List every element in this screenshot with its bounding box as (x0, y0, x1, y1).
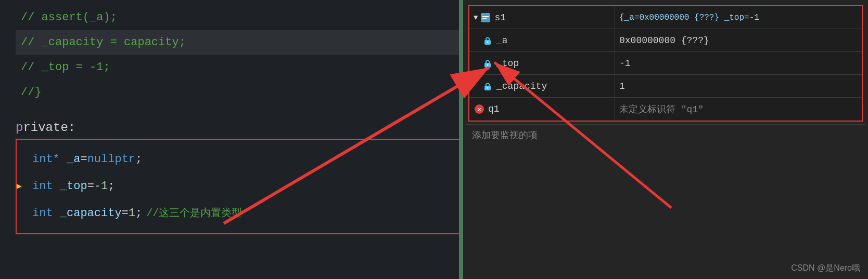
code-text-3: // _top = -1; (21, 55, 110, 80)
var-a: _a (67, 147, 80, 172)
semi-1: ; (135, 147, 142, 172)
private-label: private: (16, 121, 463, 135)
code-text-2: // _capacity = capacity; (21, 30, 186, 55)
semi-3: ; (135, 201, 142, 226)
code-line-4: //} (16, 80, 463, 105)
watermark-text: CSDN @是Nero哦 (791, 263, 860, 272)
code-lines: // assert(_a); // _capacity = capacity; … (0, 0, 463, 250)
error-icon-q1: ✕ (474, 103, 485, 115)
watch-row-s1: ▼ s1 {_a=0x00000000 {???} _top=-1 (469, 6, 862, 29)
eq-1: = (80, 147, 87, 172)
lock-icon-a (482, 35, 493, 46)
svg-rect-0 (481, 13, 490, 22)
a-value-text: 0x00000000 {???} (619, 35, 709, 46)
add-watch-label: 添加要监视的项 (472, 130, 538, 141)
inline-comment: //这三个是内置类型 (146, 201, 242, 226)
eq-3: = (122, 201, 129, 226)
watermark: CSDN @是Nero哦 (791, 263, 860, 274)
var-cap: _capacity (60, 201, 122, 226)
private-section: private: int* _a = nullptr ; int _top (16, 121, 463, 234)
s1-name-label: s1 (494, 12, 506, 23)
watch-value-capacity: 1 (615, 75, 862, 97)
private-line-2: int _top = -1 ; (27, 173, 452, 200)
code-text-4: //} (21, 80, 42, 105)
watch-row-a: _a 0x00000000 {???} (469, 29, 862, 52)
private-line-3: int _capacity = 1 ; //这三个是内置类型 (27, 200, 452, 227)
code-panel: // assert(_a); // _capacity = capacity; … (0, 0, 463, 279)
main-container: // assert(_a); // _capacity = capacity; … (0, 0, 868, 279)
svg-rect-2 (482, 18, 487, 19)
type-int-ptr: int* (32, 147, 67, 172)
watch-value-q1: 未定义标识符 "q1" (615, 98, 862, 121)
type-int-top: int (32, 174, 60, 199)
top-name-label: _top (496, 58, 519, 69)
code-line-3: // _top = -1; (16, 55, 463, 80)
val-neg1: -1 (94, 174, 108, 199)
watch-name-s1[interactable]: ▼ s1 (469, 6, 615, 29)
eq-2: = (87, 174, 94, 199)
watch-value-a: 0x00000000 {???} (615, 29, 862, 51)
watch-panel-wrapper: ▼ s1 {_a=0x00000000 {???} _top=-1 (463, 0, 868, 145)
s1-value-text: {_a=0x00000000 {???} _top=-1 (619, 13, 759, 22)
squiggly-decoration (0, 0, 463, 4)
watch-name-a: _a (469, 29, 615, 51)
semi-2: ; (108, 174, 114, 199)
code-line-1: // assert(_a); (16, 5, 463, 30)
watch-name-top: _top (469, 52, 615, 74)
top-value-text: -1 (619, 58, 631, 69)
watch-name-q1: ✕ q1 (469, 98, 615, 121)
a-name-label: _a (496, 35, 508, 46)
svg-text:✕: ✕ (477, 105, 481, 114)
private-box: int* _a = nullptr ; int _top = -1 ; (16, 139, 463, 234)
val-1: 1 (129, 201, 135, 226)
svg-point-6 (487, 64, 489, 65)
svg-point-8 (487, 87, 489, 88)
expand-arrow-s1[interactable]: ▼ (474, 14, 478, 22)
watch-row-q1: ✕ q1 未定义标识符 "q1" (469, 98, 862, 121)
watch-panel: ▼ s1 {_a=0x00000000 {???} _top=-1 (468, 5, 863, 122)
private-line-1: int* _a = nullptr ; (27, 146, 452, 173)
watch-row-capacity: _capacity 1 (469, 75, 862, 98)
capacity-value-text: 1 (619, 81, 625, 91)
green-bar (459, 0, 463, 279)
keyword-private: p (16, 121, 23, 135)
object-icon-s1 (480, 12, 491, 23)
code-line-2: // _capacity = capacity; (16, 30, 463, 55)
svg-point-4 (487, 41, 489, 43)
watch-name-capacity: _capacity (469, 75, 615, 97)
q1-name-label: q1 (488, 104, 500, 114)
val-nullptr: nullptr (87, 147, 135, 172)
lock-icon-top (482, 58, 493, 69)
var-top: _top (60, 174, 87, 199)
watch-value-top: -1 (615, 52, 862, 74)
svg-rect-1 (482, 16, 489, 17)
type-int-cap: int (32, 201, 60, 226)
add-watch-row[interactable]: 添加要监视的项 (466, 124, 865, 145)
lock-icon-capacity (482, 81, 493, 92)
watch-row-top: _top -1 (469, 52, 862, 75)
right-panel: ▼ s1 {_a=0x00000000 {???} _top=-1 (463, 0, 868, 279)
code-text-1: // assert(_a); (21, 5, 117, 30)
capacity-name-label: _capacity (496, 81, 547, 91)
q1-value-text: 未定义标识符 "q1" (619, 103, 704, 115)
private-text: rivate: (23, 121, 75, 135)
watch-value-s1: {_a=0x00000000 {???} _top=-1 (615, 6, 862, 29)
